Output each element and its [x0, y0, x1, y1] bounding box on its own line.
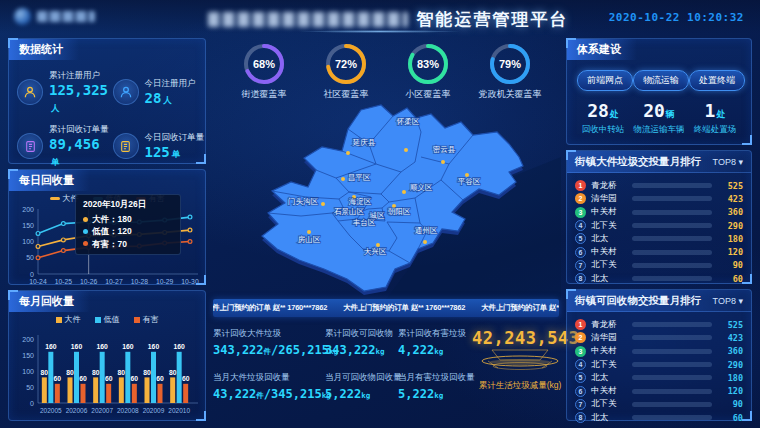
- rank-value: 90: [717, 399, 743, 409]
- system-stat: 20辆物流运输车辆: [631, 100, 687, 136]
- rank-badge: 7: [575, 260, 586, 271]
- recyclable-ranking-panel: 街镇可回收物交投量月排行 TOP8 ▾ 1青龙桥5252清华园4233中关村36…: [566, 289, 752, 421]
- monthly-bar-chart: 0501001502002020058016060202006801606020…: [12, 325, 202, 419]
- rank-name: 北太: [591, 372, 627, 384]
- monthly-recovery-panel: 每月回收量 大件低值有害 050100150200202005801606020…: [8, 290, 206, 421]
- gauge-ring: 72%: [324, 42, 368, 86]
- summary-row-monthly: 当月大件垃圾回收量43,222件/345,215kg当月可回收物回收量5,222…: [213, 372, 473, 401]
- rank-value: 60: [717, 413, 743, 423]
- stat-item: 累计注册用户125,325人: [17, 70, 109, 114]
- summary-value: 343,222kg: [325, 343, 398, 357]
- top8-filter[interactable]: TOP8 ▾: [713, 157, 743, 167]
- gauge-value: 79%: [488, 42, 532, 86]
- district-label: 昌平区: [348, 173, 371, 182]
- panel-title: 体系建设: [567, 39, 637, 60]
- svg-text:10-30: 10-30: [181, 278, 199, 285]
- svg-text:202007: 202007: [91, 407, 113, 414]
- legend-swatch: [56, 317, 62, 323]
- system-tab[interactable]: 物流运输: [633, 70, 689, 91]
- rank-name: 北下关: [591, 398, 627, 410]
- top8-filter[interactable]: TOP8 ▾: [713, 296, 743, 306]
- ranking-row: 2清华园423: [575, 192, 743, 205]
- svg-text:80: 80: [66, 369, 74, 376]
- rank-name: 清华园: [591, 332, 627, 344]
- system-stats: 28处回收中转站20辆物流运输车辆1处终端处置场: [567, 91, 751, 136]
- stats-grid: 累计注册用户125,325人今日注册用户28人累计回收订单量89,456单今日回…: [9, 60, 205, 168]
- ranking-row: 6中关村120: [575, 384, 743, 397]
- data-statistics-panel: 数据统计 累计注册用户125,325人今日注册用户28人累计回收订单量89,45…: [8, 38, 206, 164]
- svg-text:202008: 202008: [117, 407, 139, 414]
- beijing-district-map[interactable]: 延庆县怀柔区密云县昌平区顺义区平谷区门头沟区海淀区石景山区城区朝阳区丰台区房山区…: [211, 102, 561, 300]
- legend-item[interactable]: 大件: [56, 314, 81, 325]
- system-tab[interactable]: 前端网点: [577, 70, 633, 91]
- rank-value: 120: [717, 247, 743, 257]
- svg-text:60: 60: [131, 375, 139, 382]
- total-reduction-label: 累计生活垃圾减量(kg): [472, 380, 568, 392]
- rank-badge: 4: [575, 220, 586, 231]
- panel-title: 每月回收量: [9, 291, 90, 312]
- legend-item[interactable]: 低值: [95, 314, 120, 325]
- rank-badge: 7: [575, 399, 586, 410]
- svg-text:202010: 202010: [168, 407, 190, 414]
- system-tab[interactable]: 处置终端: [689, 70, 745, 91]
- gauge-label: 党政机关覆盖率: [470, 88, 550, 101]
- district-dot: [404, 148, 408, 152]
- stat-value: 125单: [145, 144, 205, 160]
- rank-value: 60: [717, 274, 743, 284]
- tooltip-text: 低值：120: [92, 225, 132, 237]
- svg-text:202005: 202005: [40, 407, 62, 414]
- svg-text:80: 80: [143, 369, 151, 376]
- rank-badge: 2: [575, 332, 586, 343]
- rank-value: 525: [717, 181, 743, 191]
- coverage-gauge: 68%街道覆盖率: [224, 42, 304, 108]
- svg-text:60: 60: [54, 375, 62, 382]
- header: 智能运营管理平台 2020-10-22 10:20:32: [0, 0, 760, 34]
- stat-text: 今日回收订单量125单: [145, 132, 205, 160]
- ticker-item: 大件上门预约的订单 赵** 1760***7862: [213, 303, 327, 313]
- district-label: 门头沟区: [288, 197, 319, 206]
- legend-swatch: [134, 317, 140, 323]
- svg-text:80: 80: [118, 369, 126, 376]
- svg-text:50: 50: [26, 254, 34, 261]
- district-dot: [307, 230, 311, 234]
- svg-text:0: 0: [30, 400, 34, 407]
- stat-label: 累计回收订单量: [49, 124, 109, 136]
- svg-text:200: 200: [22, 336, 34, 343]
- tooltip-row: 有害：70: [83, 238, 173, 250]
- panel-title: 数据统计: [9, 39, 79, 60]
- rank-value: 290: [717, 221, 743, 231]
- tooltip-text: 有害：70: [92, 238, 127, 250]
- stat-item: 累计回收订单量89,456单: [17, 124, 109, 168]
- ranking-row: 3中关村360: [575, 206, 743, 219]
- system-stat-value: 1处: [687, 100, 743, 121]
- rank-bar-track: [632, 415, 712, 420]
- rank-name: 北太: [591, 273, 627, 285]
- ticker-item: 大件上门预约的订单 赵** 1760***7862: [343, 303, 465, 313]
- chart-tooltip: 2020年10月26日大件：180低值：120有害：70: [75, 194, 181, 255]
- district-dot: [441, 160, 445, 164]
- user-icon: [113, 79, 139, 105]
- panel-title: 每日回收量: [9, 170, 90, 191]
- rank-value: 180: [717, 234, 743, 244]
- legend-swatch: [95, 317, 101, 323]
- rank-bar-track: [632, 223, 712, 228]
- rank-name: 青龙桥: [591, 319, 627, 331]
- ranking-row: 2清华园423: [575, 331, 743, 344]
- svg-text:60: 60: [156, 375, 164, 382]
- rank-bar-track: [632, 250, 712, 255]
- legend-swatch: [50, 197, 60, 200]
- legend-item[interactable]: 有害: [134, 314, 159, 325]
- system-stat: 28处回收中转站: [575, 100, 631, 136]
- rank-bar-track: [632, 210, 712, 215]
- rank-value: 360: [717, 207, 743, 217]
- summary-value: 5,222kg: [398, 387, 473, 401]
- svg-text:100: 100: [22, 368, 34, 375]
- rank-badge: 3: [575, 346, 586, 357]
- district-label: 大兴区: [364, 247, 387, 256]
- rank-badge: 2: [575, 193, 586, 204]
- svg-text:150: 150: [22, 352, 34, 359]
- ranking-list: 1青龙桥5252清华园4233中关村3604北下关2905北太1806中关村12…: [567, 312, 751, 424]
- coverage-gauge: 79%党政机关覆盖率: [470, 42, 550, 108]
- ranking-row: 1青龙桥525: [575, 318, 743, 331]
- rank-badge: 6: [575, 247, 586, 258]
